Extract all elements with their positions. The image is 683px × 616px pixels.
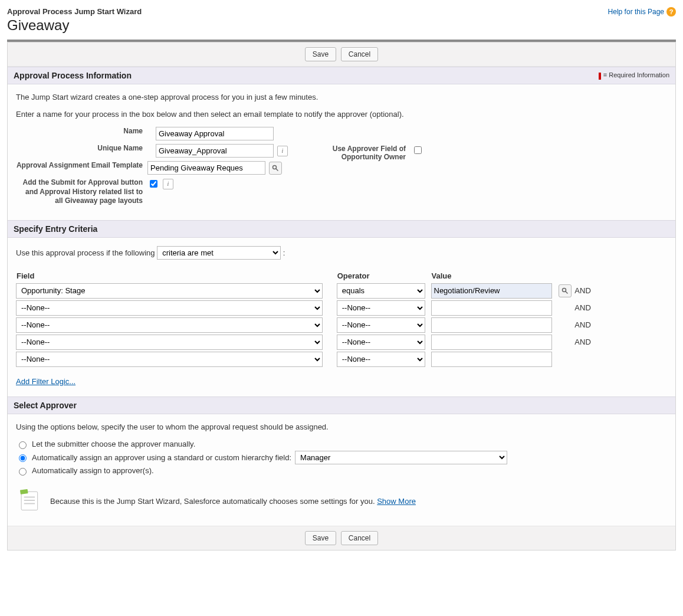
page-subtitle: Approval Process Jump Start Wizard [7,7,142,16]
criteria-value-input[interactable] [431,352,552,367]
radio-manual-label: Let the submitter choose the approver ma… [32,440,195,448]
add-submit-checkbox[interactable] [150,180,157,188]
criteria-value-input[interactable] [431,317,552,333]
col-value: Value [431,271,559,281]
and-label: AND [574,283,594,299]
and-label: AND [574,335,594,350]
bottom-button-row: Save Cancel [8,526,675,550]
section2-title: Specify Entry Criteria [14,224,97,234]
criteria-operator-select[interactable]: --None-- [337,352,425,367]
and-label: AND [574,317,594,333]
section1-desc1: The Jump Start wizard creates a one-step… [16,93,667,101]
page-title: Giveaway [7,17,142,34]
svg-line-3 [566,291,568,294]
save-button[interactable]: Save [305,47,336,61]
note-icon [16,487,42,515]
radio-manual[interactable] [19,441,27,449]
required-info-legend: = Required Information [599,71,669,79]
label-name: Name [16,127,147,136]
radio-hierarchy[interactable] [19,454,27,462]
unique-name-input[interactable] [156,144,274,158]
info-icon[interactable]: i [277,146,288,156]
top-button-row: Save Cancel [8,42,675,67]
criteria-operator-select[interactable]: --None-- [337,300,425,316]
label-use-approver: Use Approver Field of Opportunity Owner [323,145,406,161]
save-button[interactable]: Save [305,531,336,545]
svg-point-0 [273,165,277,169]
criteria-field-select[interactable]: --None-- [16,352,323,367]
radio-specific[interactable] [19,468,27,476]
criteria-value-input[interactable] [431,335,552,350]
label-template: Approval Assignment Email Template [16,161,147,171]
criteria-field-select[interactable]: --None-- [16,300,323,316]
and-label [574,352,594,367]
add-filter-logic-link[interactable]: Add Filter Logic... [16,377,75,386]
svg-point-2 [563,288,566,291]
svg-line-1 [276,168,278,171]
criteria-field-select[interactable]: Opportunity: Stage [16,283,323,299]
lookup-icon[interactable] [559,284,572,297]
name-input[interactable] [156,127,274,140]
radio-hierarchy-label: Automatically assign an approver using a… [32,453,291,462]
jump-start-note: Because this is the Jump Start Wizard, S… [50,497,416,506]
use-approver-checkbox[interactable] [414,146,422,154]
col-operator: Operator [337,271,431,281]
criteria-field-select[interactable]: --None-- [16,335,323,350]
criteria-operator-select[interactable]: equals [337,283,425,299]
help-icon: ? [666,7,676,17]
col-field: Field [16,271,337,281]
criteria-lead: Use this approval process if the followi… [16,248,155,257]
criteria-field-select[interactable]: --None-- [16,317,323,333]
section3-title: Select Approver [14,401,77,410]
radio-specific-label: Automatically assign to approver(s). [32,466,154,475]
template-input[interactable] [147,161,265,175]
and-label: AND [574,300,594,316]
info-icon[interactable]: i [163,179,173,189]
section1-title: Approval Process Information [14,71,132,80]
criteria-mode-select[interactable]: criteria are met [157,246,281,260]
criteria-operator-select[interactable]: --None-- [337,317,425,333]
section1-desc2: Enter a name for your process in the box… [16,110,667,119]
section3-desc: Using the options below, specify the use… [16,422,667,431]
show-more-link[interactable]: Show More [377,497,416,506]
criteria-value-input[interactable] [431,283,552,299]
criteria-value-input[interactable] [431,300,552,316]
cancel-button[interactable]: Cancel [341,47,378,61]
label-unique-name: Unique Name [16,144,147,153]
lookup-icon[interactable] [269,162,282,175]
help-link[interactable]: Help for this Page ? [608,7,676,17]
cancel-button[interactable]: Cancel [341,531,378,545]
colon: : [283,248,285,257]
label-add-submit: Add the Submit for Approval button and A… [16,178,147,206]
criteria-operator-select[interactable]: --None-- [337,335,425,350]
help-link-text: Help for this Page [608,8,664,16]
hierarchy-field-select[interactable]: Manager [295,451,507,464]
